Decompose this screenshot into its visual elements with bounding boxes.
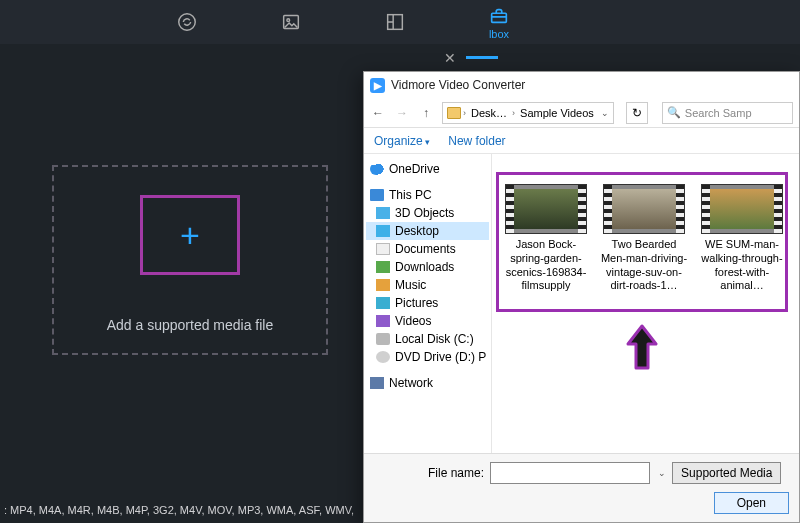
tree-desktop[interactable]: Desktop (366, 222, 489, 240)
file-type-filter[interactable]: Supported Media (672, 462, 781, 484)
supported-formats-line: : MP4, M4A, M4R, M4B, M4P, 3G2, M4V, MOV… (4, 504, 354, 516)
dialog-titlebar: ▶ Vidmore Video Converter (364, 72, 799, 98)
chevron-down-icon[interactable]: ⌄ (601, 108, 609, 118)
tree-label: Music (395, 278, 426, 292)
file-name-label: File name: (372, 466, 484, 480)
search-icon: 🔍 (667, 106, 681, 119)
chevron-down-icon[interactable]: ⌄ (658, 468, 666, 478)
tree-label: Pictures (395, 296, 438, 310)
search-input[interactable]: 🔍 Search Samp (662, 102, 793, 124)
folder-tree: OneDrive This PC 3D Objects Desktop Docu… (364, 154, 492, 453)
videos-icon (376, 315, 390, 327)
tree-downloads[interactable]: Downloads (366, 258, 489, 276)
active-tab-underline (466, 56, 498, 59)
desktop-icon (376, 225, 390, 237)
file-item[interactable]: Jason Bock-spring-garden-scenics-169834-… (502, 184, 590, 293)
file-open-dialog: ▶ Vidmore Video Converter ← → ↑ › Desk… … (363, 71, 800, 523)
nav-forward-icon: → (394, 105, 410, 121)
tab-toolbox[interactable]: lbox (482, 1, 516, 44)
file-item[interactable]: Two Bearded Men-man-driving-vintage-suv-… (600, 184, 688, 293)
nav-back-icon[interactable]: ← (370, 105, 386, 121)
dialog-navbar: ← → ↑ › Desk… › Sample Videos ⌄ ↻ 🔍 Sear… (364, 98, 799, 128)
svg-point-2 (287, 19, 290, 22)
cloud-icon (370, 163, 384, 175)
close-icon[interactable]: ✕ (444, 50, 456, 66)
svg-rect-4 (492, 13, 507, 22)
tree-label: Videos (395, 314, 431, 328)
app-icon: ▶ (370, 78, 385, 93)
video-thumbnail-icon (603, 184, 685, 234)
file-item[interactable]: WE SUM-man-walking-through-forest-with-a… (698, 184, 786, 293)
dropzone-label: Add a supported media file (107, 317, 274, 333)
path-segment-2[interactable]: Sample Videos (517, 107, 597, 119)
dialog-title: Vidmore Video Converter (391, 78, 525, 92)
organize-menu[interactable]: Organize (374, 134, 430, 148)
file-name-input[interactable] (490, 462, 650, 484)
tree-dvd-drive[interactable]: DVD Drive (D:) P (366, 348, 489, 366)
dialog-toolbar: Organize New folder (364, 128, 799, 154)
address-bar[interactable]: › Desk… › Sample Videos ⌄ (442, 102, 614, 124)
tree-onedrive[interactable]: OneDrive (366, 160, 489, 178)
tab-converter[interactable] (170, 7, 204, 37)
tree-this-pc[interactable]: This PC (366, 186, 489, 204)
tree-label: This PC (389, 188, 432, 202)
open-button[interactable]: Open (714, 492, 789, 514)
chevron-right-icon: › (512, 108, 515, 118)
plus-icon: + (180, 218, 200, 252)
downloads-icon (376, 261, 390, 273)
video-thumbnail-icon (505, 184, 587, 234)
refresh-circle-icon (176, 11, 198, 33)
file-list[interactable]: Jason Bock-spring-garden-scenics-169834-… (492, 154, 799, 453)
documents-icon (376, 243, 390, 255)
tree-network[interactable]: Network (366, 374, 489, 392)
file-caption: Jason Bock-spring-garden-scenics-169834-… (502, 238, 590, 293)
folder-icon (447, 107, 461, 119)
new-folder-button[interactable]: New folder (448, 134, 505, 148)
file-caption: Two Bearded Men-man-driving-vintage-suv-… (600, 238, 688, 293)
tree-label: Downloads (395, 260, 454, 274)
dialog-body: OneDrive This PC 3D Objects Desktop Docu… (364, 154, 799, 453)
tree-label: OneDrive (389, 162, 440, 176)
tree-videos[interactable]: Videos (366, 312, 489, 330)
disk-icon (376, 333, 390, 345)
tab-layout[interactable] (378, 7, 412, 37)
tree-music[interactable]: Music (366, 276, 489, 294)
search-placeholder: Search Samp (685, 107, 752, 119)
svg-point-0 (179, 14, 196, 31)
toolbox-icon (488, 5, 510, 27)
layout-icon (384, 11, 406, 33)
tree-3d-objects[interactable]: 3D Objects (366, 204, 489, 222)
refresh-button[interactable]: ↻ (626, 102, 648, 124)
pc-icon (370, 189, 384, 201)
chevron-right-icon: › (463, 108, 466, 118)
dialog-footer: File name: ⌄ Supported Media Open (364, 453, 799, 522)
nav-up-icon[interactable]: ↑ (418, 105, 434, 121)
tree-label: Documents (395, 242, 456, 256)
video-thumbnail-icon (701, 184, 783, 234)
tab-toolbox-label: lbox (489, 28, 509, 40)
tree-label: Network (389, 376, 433, 390)
tree-label: DVD Drive (D:) P (395, 350, 486, 364)
tree-label: Local Disk (C:) (395, 332, 474, 346)
path-segment-1[interactable]: Desk… (468, 107, 510, 119)
music-icon (376, 279, 390, 291)
top-tabbar: lbox (0, 0, 800, 44)
cube-icon (376, 207, 390, 219)
tree-pictures[interactable]: Pictures (366, 294, 489, 312)
image-icon (280, 11, 302, 33)
tree-local-disk[interactable]: Local Disk (C:) (366, 330, 489, 348)
tree-label: 3D Objects (395, 206, 454, 220)
dvd-icon (376, 351, 390, 363)
tree-documents[interactable]: Documents (366, 240, 489, 258)
tree-label: Desktop (395, 224, 439, 238)
tab-image[interactable] (274, 7, 308, 37)
pictures-icon (376, 297, 390, 309)
file-caption: WE SUM-man-walking-through-forest-with-a… (698, 238, 786, 293)
network-icon (370, 377, 384, 389)
annotation-arrow-icon (624, 324, 660, 372)
dropzone[interactable]: + Add a supported media file (52, 165, 328, 355)
add-media-box[interactable]: + (140, 195, 240, 275)
